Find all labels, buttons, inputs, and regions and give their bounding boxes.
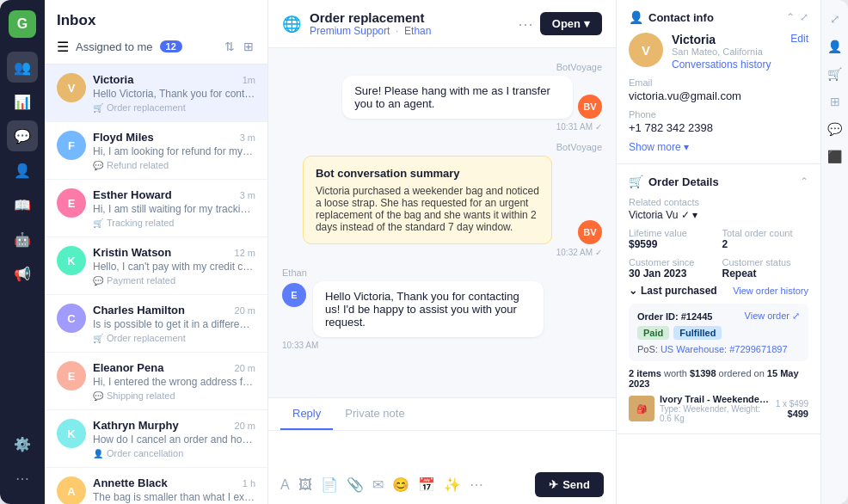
- sidebar: Inbox ☰ Assigned to me 12 ⇅ ⊞ V Victoria…: [45, 0, 268, 504]
- product-thumbnail: 🎒: [629, 396, 654, 421]
- chat-agent[interactable]: Ethan: [404, 25, 431, 37]
- right-icon-cart[interactable]: 🛒: [824, 64, 845, 84]
- nav-icon-chat[interactable]: 💬: [7, 120, 38, 151]
- conversation-item[interactable]: C Charles Hamilton 20 m Is is possible t…: [45, 295, 267, 353]
- msg-sender: BotVoyage: [282, 62, 602, 72]
- contact-name: Victoria: [672, 33, 771, 46]
- related-contacts-value[interactable]: Victoria Vu ✓ ▾: [629, 209, 808, 221]
- tag-label: Shipping related: [107, 390, 175, 401]
- sort-icon[interactable]: ⇅: [223, 38, 237, 55]
- filter-icon[interactable]: ⊞: [242, 38, 255, 55]
- messages-area: BotVoyage Sure! Please hang with me as I…: [268, 48, 616, 397]
- toolbar-attach-icon[interactable]: 📎: [347, 476, 364, 493]
- nav-icon-megaphone[interactable]: 📢: [7, 258, 38, 289]
- customer-since-field: Customer since 30 Jan 2023: [629, 257, 716, 280]
- conv-content: Esther Howard 3 m Hi, I am still waiting…: [93, 188, 255, 228]
- conv-top: Victoria 1m: [93, 73, 255, 86]
- order-badges: Paid Fulfilled: [637, 326, 800, 340]
- conversation-list: V Victoria 1m Hello Victoria, Thank you …: [45, 65, 267, 504]
- view-order-link[interactable]: View order ⤢: [745, 310, 800, 322]
- reply-toolbar: A 🖼 📄 📎 ✉ 😊 📅 ✨ ⋯ ✈ Send: [268, 465, 616, 504]
- conv-preview: Is is possible to get it in a different …: [93, 318, 255, 330]
- conv-time: 20 m: [235, 305, 255, 316]
- nav-icon-book[interactable]: 📖: [7, 189, 38, 220]
- conv-content: Kristin Watson 12 m Hello, I can't pay w…: [93, 246, 255, 286]
- conversation-item[interactable]: K Kathryn Murphy 20 m How do I cancel an…: [45, 410, 267, 468]
- chevron-down-icon: ⌄: [629, 285, 637, 297]
- conv-preview: Hello Victoria, Thank you for contacting…: [93, 88, 255, 100]
- email-label: Email: [629, 77, 808, 88]
- conv-avatar: E: [57, 188, 86, 218]
- conv-preview: Hello, I can't pay with my credit card.: [93, 261, 255, 273]
- right-icon-grid[interactable]: ⊞: [826, 91, 844, 112]
- conversation-item[interactable]: K Kristin Watson 12 m Hello, I can't pay…: [45, 237, 267, 295]
- contact-expand-icon[interactable]: ⤢: [800, 11, 808, 23]
- conversation-item[interactable]: E Eleanor Pena 20 m Hi, I entered the wr…: [45, 353, 267, 410]
- msg-bubble-row: E Hello Victoria, Thank you for contacti…: [282, 281, 602, 337]
- lifetime-value: $9599: [629, 238, 716, 250]
- order-section-chevron[interactable]: ⌃: [800, 175, 808, 187]
- view-order-history-link[interactable]: View order history: [733, 286, 808, 296]
- tab-private-note[interactable]: Private note: [333, 398, 416, 430]
- conv-name: Esther Howard: [93, 188, 172, 201]
- toolbar-calendar-icon[interactable]: 📅: [418, 476, 435, 493]
- nav-icon-more[interactable]: ⋯: [7, 463, 38, 494]
- toolbar-email-icon[interactable]: ✉: [372, 476, 384, 493]
- nav-icon-reports[interactable]: 📊: [7, 86, 38, 117]
- last-purchased-label: Last purchased: [641, 285, 717, 297]
- pos-info: PoS: US Warehouse: #7299671897: [637, 344, 800, 354]
- contact-history-link[interactable]: Conversations history: [672, 58, 771, 71]
- conversation-item[interactable]: E Esther Howard 3 m Hi, I am still waiti…: [45, 180, 267, 237]
- logo-letter: G: [17, 16, 28, 32]
- nav-icon-settings[interactable]: ⚙️: [7, 428, 38, 459]
- right-icon-user[interactable]: 👤: [824, 36, 845, 57]
- show-more-button[interactable]: Show more ▾: [629, 141, 808, 153]
- reply-editor[interactable]: [268, 431, 616, 465]
- conv-content: Kathryn Murphy 20 m How do I cancel an o…: [93, 419, 255, 458]
- right-icon-chat[interactable]: 💬: [824, 119, 845, 139]
- message-row: BotVoyage Sure! Please hang with me as I…: [282, 62, 602, 132]
- conv-time: 1m: [243, 75, 255, 85]
- order-summary: 2 items worth $1398 ordered on 15 May 20…: [629, 368, 808, 389]
- conv-preview: The bag is smaller than what I expected: [93, 491, 255, 503]
- summary-card: Bot conversation summary Victoria purcha…: [303, 156, 552, 244]
- pos-link[interactable]: US Warehouse: #7299671897: [661, 344, 788, 354]
- toolbar-article-icon[interactable]: 📄: [321, 476, 338, 493]
- right-icon-square[interactable]: ⬛: [824, 146, 845, 167]
- toolbar-text-icon[interactable]: A: [280, 477, 290, 493]
- related-contacts-label: Related contacts: [629, 197, 808, 207]
- conv-content: Eleanor Pena 20 m Hi, I entered the wron…: [93, 361, 255, 401]
- conv-name: Annette Black: [93, 476, 168, 489]
- conversation-item[interactable]: V Victoria 1m Hello Victoria, Thank you …: [45, 65, 267, 122]
- send-button[interactable]: ✈ Send: [535, 472, 604, 497]
- open-button[interactable]: Open ▾: [540, 12, 602, 35]
- conversation-item[interactable]: F Floyd Miles 3 m Hi, I am looking for r…: [45, 122, 267, 180]
- conv-top: Kathryn Murphy 20 m: [93, 419, 255, 432]
- nav-icon-inbox[interactable]: 👥: [7, 52, 38, 83]
- tab-reply[interactable]: Reply: [280, 398, 333, 430]
- chat-title: Order replacement: [310, 10, 509, 25]
- tag-label: Order replacement: [107, 333, 186, 343]
- more-options-button[interactable]: ⋯: [518, 15, 533, 34]
- conv-tag: 💬Payment related: [93, 275, 255, 286]
- toolbar-more-icon[interactable]: ⋯: [470, 476, 483, 493]
- toolbar-emoji-icon[interactable]: 😊: [392, 476, 409, 493]
- globe-icon: 🌐: [282, 15, 301, 34]
- msg-bubble-ethan: Hello Victoria, Thank you for contacting…: [313, 281, 544, 337]
- contact-section-title: 👤 Contact info: [629, 10, 714, 24]
- contact-edit-link[interactable]: Edit: [790, 33, 808, 45]
- conv-time: 20 m: [235, 421, 255, 431]
- chat-header: 🌐 Order replacement Premium Support · Et…: [268, 0, 616, 48]
- conversation-item[interactable]: A Annette Black 1 h The bag is smaller t…: [45, 468, 267, 504]
- right-icon-expand[interactable]: ⤢: [826, 9, 844, 29]
- toolbar-image-icon[interactable]: 🖼: [298, 477, 312, 493]
- nav-icon-contacts[interactable]: 👤: [7, 155, 38, 186]
- contact-info-section: 👤 Contact info ⌃ ⤢ V Victoria San Mateo,…: [617, 0, 820, 164]
- conv-tag: 👤Order cancellation: [93, 448, 255, 458]
- conv-content: Annette Black 1 h The bag is smaller tha…: [93, 476, 255, 503]
- nav-icon-bot[interactable]: 🤖: [7, 224, 38, 255]
- toolbar-magic-icon[interactable]: ✨: [444, 476, 461, 493]
- contact-section-chevron[interactable]: ⌃: [786, 11, 795, 23]
- product-type: Type: Weekender, Weight: 0.6 Kg: [660, 404, 771, 423]
- conv-top: Charles Hamilton 20 m: [93, 304, 255, 317]
